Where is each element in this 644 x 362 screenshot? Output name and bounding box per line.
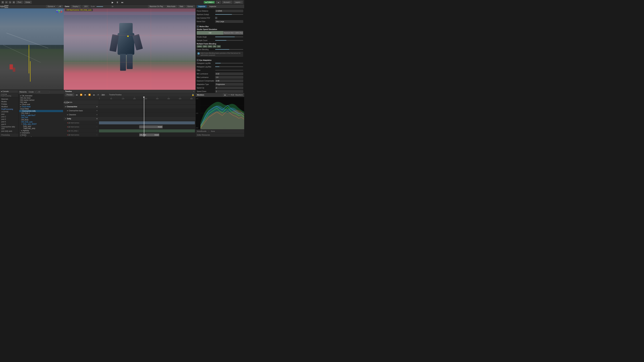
speed-up-value[interactable]: 2	[215, 87, 243, 89]
track-maincamera-3[interactable]: ● 🎥 MainCamera ⋯	[64, 133, 99, 137]
game-canvas[interactable]: CM MainCamera: CM_Dolly_auto	[64, 8, 196, 90]
timeline-play-end[interactable]: ⏭	[92, 93, 96, 96]
ss-full[interactable]: Full	[197, 31, 223, 35]
hier-dolly-auto-root[interactable]: ▼Dolly_auto_ROOT	[19, 123, 63, 125]
scene-view[interactable]: Scene Asset Store Gizmos ▾ ⌕All	[0, 5, 64, 90]
asset-post6[interactable]: post 6	[1, 123, 18, 125]
hier-highway[interactable]: ▶Highway	[19, 130, 63, 132]
asset-post5[interactable]: post 5	[1, 120, 18, 123]
monitors-play[interactable]: ▶	[223, 93, 228, 96]
cloud-upload-icon[interactable]: ☁	[216, 1, 221, 4]
timeline-close[interactable]: ×	[193, 90, 194, 92]
cm-basic-add[interactable]: +	[96, 110, 98, 112]
asset-postprocessing[interactable]: PostProcessing	[1, 108, 18, 110]
focus-distance-value[interactable]: 2.42545	[215, 10, 243, 12]
timeline-maincamera-2[interactable]: Muted	[99, 125, 196, 129]
eye-adaptation-checkbox[interactable]: ✓	[197, 59, 199, 61]
asset-cm-dolly-auto[interactable]: Cinemachine dally auto	[1, 125, 18, 130]
clip-cm-dolly[interactable]	[99, 129, 195, 132]
clip-muted-2[interactable]: CM_Feet Muted	[139, 133, 159, 136]
timeline-play-prev[interactable]: ⏪	[79, 93, 83, 96]
filter-value[interactable]	[215, 70, 243, 70]
max-luminance-value[interactable]: 1.6	[215, 76, 243, 79]
game-view[interactable]: Game Display 1 16:9 Scale 1x Maximise On…	[64, 5, 196, 90]
adaptation-type-value[interactable]: Progressive	[215, 83, 243, 86]
hier-cm-tracker[interactable]: CM_tracker behind	[19, 99, 63, 101]
account-button[interactable]: Account ▾	[222, 1, 232, 4]
playhead[interactable]	[144, 97, 144, 137]
pause-button[interactable]: ⏸	[116, 1, 119, 4]
timeline-tracks-right[interactable]: 0 60 120 180 240 300 360 420 480 540	[99, 97, 196, 137]
motion-blur-checkbox[interactable]: ✓	[197, 25, 199, 27]
inspector-tab-1[interactable]: Inspector	[197, 5, 206, 8]
asset-models[interactable]: Models	[1, 100, 18, 103]
hier-cm-dolly-1[interactable]: CM_Dolly 1	[19, 112, 63, 114]
timeline-maincamera-1[interactable]	[99, 121, 196, 125]
hier-virtual-camera[interactable]: VirtualCamera1	[19, 136, 63, 137]
dolly-add[interactable]: +	[96, 118, 98, 120]
clip-muted-1[interactable]: Muted	[139, 125, 163, 128]
hier-dolly-path[interactable]: Dolly_1_path RooT	[19, 114, 63, 116]
timeline-play[interactable]: ▶	[84, 93, 87, 96]
menu-icon[interactable]: ☰	[1, 1, 4, 4]
min-luminance-value[interactable]: 0.32	[215, 72, 243, 75]
hier-cm-feet[interactable]: CM_Feet	[19, 116, 63, 119]
display-button[interactable]: Display 1	[71, 5, 81, 8]
frame-blending-slider[interactable]	[215, 49, 243, 50]
clip-main-1[interactable]	[99, 121, 195, 124]
asset-store-tab[interactable]: Asset Store	[5, 5, 8, 8]
clearshot-add[interactable]: +	[96, 114, 98, 116]
add-button[interactable]: Add▾	[65, 101, 68, 104]
hierarchy-create[interactable]: Create	[29, 91, 34, 93]
hier-cloud-head[interactable]: ▶Cloud Head	[19, 106, 63, 108]
scene-search[interactable]: ⌕All	[57, 5, 63, 8]
histogram-log-min-slider[interactable]	[215, 63, 243, 63]
shutter-angle-slider[interactable]	[215, 36, 243, 37]
asset-post[interactable]: post	[1, 113, 18, 115]
collab-button[interactable]: ☁ Collab ▾	[204, 1, 215, 3]
game-gizmos-button[interactable]: Gizmos	[186, 5, 194, 8]
layers-button[interactable]: Layers ▾	[234, 1, 243, 4]
pivot-button[interactable]: Pivot	[16, 1, 23, 4]
hier-cm-wide[interactable]: CM_wide	[19, 101, 63, 103]
settings-icon[interactable]: ⚙	[12, 1, 15, 4]
camera-fov-checkbox[interactable]: ✓	[215, 17, 217, 19]
track-clearshot[interactable]: ▶ Clearshot +	[64, 113, 99, 117]
mfb-3[interactable]: 3%	[213, 45, 216, 48]
track-maincamera-2[interactable]: ● 🎥 MainCamera ⋯	[64, 125, 99, 129]
mfb-1[interactable]: 1%	[217, 45, 221, 48]
preview-button[interactable]: Preview	[65, 93, 74, 96]
hier-characters[interactable]: ▶Characters	[19, 132, 63, 134]
timeline-cm-dolly-1[interactable]	[99, 129, 196, 133]
asset-post4[interactable]: post 4	[1, 118, 18, 120]
lock-icon[interactable]: 🔒	[192, 94, 194, 96]
hier-cm-dolly[interactable]: ▼Cinemachine dolly	[19, 110, 63, 112]
aperture-slider[interactable]	[215, 14, 243, 15]
timeline-play-back[interactable]: ⏮	[75, 93, 78, 96]
hier-cloud-multi[interactable]: ▶Cloud multi	[19, 103, 63, 106]
inspector-tab-2[interactable]: Inspector	[208, 5, 218, 8]
hier-timeline-dolly[interactable]: TIMELINE_dolly	[19, 127, 63, 130]
scene-canvas[interactable]: ◀ Persp	[0, 8, 64, 90]
play-button[interactable]: ▶	[111, 1, 114, 4]
aspect-button[interactable]: 16:9	[83, 5, 89, 8]
maximize-button[interactable]: Maximise On Play	[148, 5, 165, 8]
step-button[interactable]: ⏭	[120, 1, 124, 4]
redo-icon[interactable]: ↪	[9, 1, 12, 4]
hierarchy-search[interactable]	[36, 90, 50, 93]
scene-tab[interactable]: Scene	[1, 5, 4, 8]
cinemachine-add[interactable]: +	[96, 106, 98, 108]
mute-audio-button[interactable]: Mute Audio	[166, 5, 177, 8]
stats-button[interactable]: Stats	[178, 5, 185, 8]
frame-count[interactable]: 304	[100, 94, 106, 96]
asset-license[interactable]: LICENSE	[1, 110, 18, 113]
track-dolly-group[interactable]: ▼ Dolly +	[64, 117, 99, 121]
hier-cm-dolly-auto[interactable]: CM_Dolly_auto	[19, 121, 63, 123]
timeline-play-next[interactable]: ⏩	[88, 93, 92, 96]
sample-count-slider[interactable]	[215, 40, 243, 41]
hier-cm-animated[interactable]: ▶CM_Animated	[19, 95, 63, 97]
global-button[interactable]: Global	[24, 1, 32, 4]
mfb-100[interactable]: 100%	[197, 45, 202, 48]
hier-cloud-wide[interactable]: Cloud Wide	[19, 108, 63, 110]
scale-slider[interactable]	[96, 6, 110, 7]
